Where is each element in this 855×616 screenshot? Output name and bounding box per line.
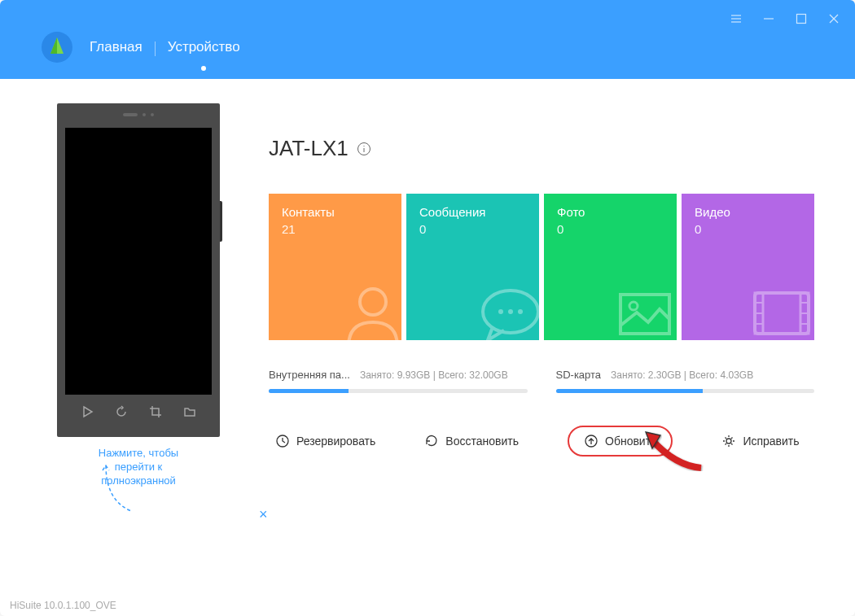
tile-label: Фото [557,205,664,219]
action-label: Исправить [743,435,799,448]
storage-name: SD-карта [556,369,602,381]
actions-row: Резервировать Восстановить Обновить Испр… [269,426,814,457]
app-logo [41,31,73,67]
svg-point-13 [498,309,503,314]
action-label: Резервировать [296,435,375,448]
svg-point-14 [508,309,513,314]
play-icon[interactable] [78,403,96,421]
clock-icon [275,434,290,448]
main-column: JAT-LX1 Контакты 21 Сообщения 0 Фото 0 В… [269,103,814,592]
messages-icon [470,275,539,340]
storage-sd: SD-карта Занято: 2.30GB | Всего: 4.03GB [556,369,815,393]
storage-section: Внутренняя па... Занято: 9.93GB | Всего:… [269,369,814,393]
tile-photos[interactable]: Фото 0 [544,194,677,340]
phone-sensor-dots [123,113,154,116]
restore-icon [424,434,439,448]
photos-icon [607,275,677,340]
tile-contacts[interactable]: Контакты 21 [269,194,401,340]
footer-version: HiSuite 10.0.1.100_OVE [10,600,116,611]
tile-messages[interactable]: Сообщения 0 [406,194,539,340]
header: Главная Устройство [0,0,855,79]
storage-bar-fill [556,389,704,393]
storage-bar [269,389,528,393]
action-label: Обновить [605,435,656,448]
svg-point-11 [360,289,386,315]
nav-device[interactable]: Устройство [168,39,240,59]
refresh-icon[interactable] [112,403,130,421]
folder-icon[interactable] [181,403,199,421]
phone-side-button [220,201,222,242]
window-controls [727,10,843,28]
tile-label: Видео [695,205,801,219]
tile-count: 0 [695,222,801,236]
tile-videos[interactable]: Видео 0 [682,194,814,340]
backup-button[interactable]: Резервировать [275,434,375,448]
category-tiles: Контакты 21 Сообщения 0 Фото 0 Видео 0 [269,194,814,340]
repair-button[interactable]: Исправить [721,434,799,448]
nav: Главная Устройство [90,39,240,59]
svg-point-15 [518,309,523,314]
svg-rect-16 [620,295,669,334]
nav-separator [155,42,156,56]
phone-nav-bar [65,395,212,429]
storage-stats: Занято: 9.93GB | Всего: 32.00GB [360,369,508,381]
tile-count: 0 [557,222,664,236]
info-icon[interactable] [357,142,371,156]
nav-active-indicator [201,66,206,71]
gear-icon [721,434,736,448]
contacts-icon [332,275,401,340]
device-title: JAT-LX1 [269,136,814,161]
minimize-icon[interactable] [760,10,778,28]
update-button[interactable]: Обновить [568,426,673,457]
storage-stats: Занято: 2.30GB | Всего: 4.03GB [611,369,753,381]
nav-device-label: Устройство [168,39,240,55]
tile-count: 0 [419,222,526,236]
phone-mock [57,103,220,437]
hint-close-icon[interactable]: × [259,506,268,523]
storage-internal: Внутренняя па... Занято: 9.93GB | Всего:… [269,369,528,393]
maximize-icon[interactable] [792,10,810,28]
storage-name: Внутренняя па... [269,369,350,381]
svg-point-17 [629,302,638,310]
device-name-text: JAT-LX1 [269,136,349,161]
tile-label: Сообщения [419,205,526,219]
storage-bar-fill [269,389,349,393]
tile-label: Контакты [282,205,388,219]
menu-icon[interactable] [727,10,745,28]
crop-icon[interactable] [147,403,164,421]
svg-point-29 [726,439,731,443]
phone-screen[interactable] [65,128,212,395]
restore-button[interactable]: Восстановить [424,434,519,448]
nav-home[interactable]: Главная [90,39,142,59]
action-label: Восстановить [445,435,519,448]
update-icon [584,434,598,448]
close-icon[interactable] [825,10,843,28]
tile-count: 21 [282,222,388,236]
hint-arrow [94,464,143,521]
videos-icon [745,275,814,340]
svg-rect-5 [797,15,806,24]
storage-bar [556,389,815,393]
